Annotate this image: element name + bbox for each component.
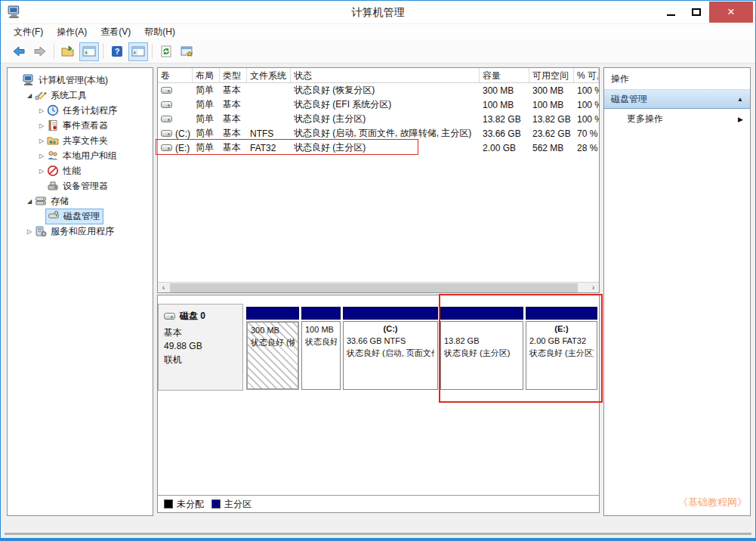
legend-unallocated: 未分配 (164, 498, 204, 511)
column-header-type[interactable]: 类型 (220, 68, 247, 82)
column-header-volume[interactable]: 卷 (158, 68, 193, 82)
collapse-icon[interactable]: ▲ (737, 96, 743, 103)
volume-name: (E:) (175, 143, 190, 153)
tree-item-label: 事件查看器 (63, 119, 108, 132)
partition-c[interactable]: (C:) 33.66 GB NTFS 状态良好 (启动, 页面文件, 故障转储,… (343, 307, 438, 390)
volume-type: 基本 (220, 127, 247, 140)
scroll-right-icon[interactable]: › (588, 283, 599, 292)
tree-item-device-manager[interactable]: 设备管理器 (8, 178, 153, 193)
tree-item-computer-management[interactable]: 计算机管理(本地) (8, 73, 153, 88)
column-header-filesystem[interactable]: 文件系统 (247, 68, 291, 82)
disk0-label-box[interactable]: 磁盘 0 基本 49.88 GB 联机 (158, 304, 243, 391)
forward-button[interactable] (30, 42, 50, 61)
watermark: 《基础教程网》 (678, 496, 747, 509)
tree-item-shared-folders[interactable]: ▷ 共享文件夹 (8, 133, 153, 148)
volume-type: 基本 (220, 84, 247, 97)
show-console-tree-button[interactable] (79, 42, 99, 61)
tree-item-event-viewer[interactable]: ▷ 事件查看器 (8, 118, 153, 133)
back-button[interactable] (9, 42, 29, 61)
window-bottom-shade (5, 533, 751, 535)
volume-row[interactable]: 简单 基本 状态良好 (主分区) 13.82 GB 13.82 GB 100 % (158, 112, 599, 126)
tree-item-label: 系统工具 (51, 89, 87, 102)
menu-help[interactable]: 帮助(H) (137, 23, 182, 41)
disk-management-action-group[interactable]: 磁盘管理 ▲ (604, 90, 750, 109)
partition-efi[interactable]: 100 MB 状态良好 (EFI 系统分区) (301, 307, 341, 390)
partition-status: 状态良好 (启动, 页面文件, 故障转储, 主分区) (347, 347, 434, 359)
computer-icon (23, 74, 35, 86)
column-header-layout[interactable]: 布局 (193, 68, 220, 82)
volume-row[interactable]: 简单 基本 状态良好 (恢复分区) 300 MB 300 MB 100 % (158, 83, 599, 97)
expander-icon[interactable]: ▷ (36, 153, 47, 159)
volume-list-pane: 卷 布局 类型 文件系统 状态 容量 可用空间 % 可用 简单 基本 状态良好 … (157, 67, 600, 293)
minimize-button[interactable] (658, 2, 683, 23)
volume-row[interactable]: 简单 基本 状态良好 (EFI 系统分区) 100 MB 100 MB 100 … (158, 97, 599, 112)
partition-e[interactable]: (E:) 2.00 GB FAT32 状态良好 (主分区) (526, 307, 597, 390)
tree-item-performance[interactable]: ▷ 性能 (8, 163, 153, 178)
volume-row-c[interactable]: (C:) 简单 基本 NTFS 状态良好 (启动, 页面文件, 故障转储, 主分… (158, 126, 599, 141)
computer-management-window: 计算机管理 × 文件(F) 操作(A) 查看(V) 帮助(H) ? (0, 0, 756, 541)
device-manager-icon (47, 180, 59, 192)
partition-status: 状态良好 (主分区) (529, 347, 594, 359)
expander-icon[interactable]: ▷ (36, 122, 47, 129)
partition-recovery[interactable]: 300 MB 状态良好 (恢复分区) (246, 307, 299, 390)
partition-unlettered[interactable]: 13.82 GB 状态良好 (主分区) (440, 307, 523, 390)
forward-icon (33, 45, 47, 57)
more-actions-label: 更多操作 (627, 113, 663, 125)
expander-icon[interactable]: ▷ (24, 228, 35, 235)
horizontal-scrollbar[interactable]: ‹ › (158, 282, 599, 292)
partition-band (440, 307, 523, 320)
maximize-button[interactable] (683, 2, 709, 23)
tree-item-system-tools[interactable]: ◢ 系统工具 (8, 88, 153, 103)
performance-icon (47, 165, 59, 177)
expander-icon[interactable]: ▷ (36, 168, 47, 175)
title-bar: 计算机管理 × (1, 1, 755, 23)
scroll-left-icon[interactable]: ‹ (158, 283, 169, 292)
disk-name: 磁盘 0 (180, 309, 205, 323)
tree-item-label: 计算机管理(本地) (39, 74, 108, 87)
expander-icon[interactable]: ▷ (36, 138, 47, 144)
action-group-title: 磁盘管理 (611, 93, 647, 106)
more-actions-item[interactable]: 更多操作 ▶ (604, 109, 750, 129)
column-header-pct-free[interactable]: % 可用 (574, 68, 599, 82)
volume-free: 300 MB (529, 85, 574, 96)
tree-item-label: 任务计划程序 (63, 104, 117, 117)
menu-action[interactable]: 操作(A) (50, 23, 94, 41)
partition-size: 2.00 GB FAT32 (529, 335, 594, 347)
column-header-capacity[interactable]: 容量 (480, 68, 529, 82)
tree-item-disk-management[interactable]: 磁盘管理 (8, 209, 153, 224)
disk-window-button[interactable] (177, 42, 197, 61)
expander-icon[interactable]: ◢ (24, 198, 35, 205)
tree-item-services-applications[interactable]: ▷ 服务和应用程序 (8, 224, 153, 239)
scrollbar-thumb[interactable] (170, 283, 578, 292)
tree-item-local-users-groups[interactable]: ▷ 本地用户和组 (8, 148, 153, 163)
svg-text:?: ? (115, 47, 120, 56)
expander-icon[interactable]: ◢ (24, 92, 35, 99)
show-action-pane-button[interactable] (128, 42, 148, 61)
volume-pct: 100 % (574, 85, 599, 96)
volume-capacity: 300 MB (480, 85, 529, 96)
export-button[interactable] (58, 42, 78, 61)
expander-icon[interactable]: ▷ (36, 107, 47, 114)
column-header-free-space[interactable]: 可用空间 (529, 68, 574, 82)
column-header-status[interactable]: 状态 (291, 68, 480, 82)
tree-item-task-scheduler[interactable]: ▷ 任务计划程序 (8, 103, 153, 118)
volume-fs: NTFS (247, 128, 291, 139)
volume-free: 23.62 GB (529, 128, 574, 139)
toolbar: ? (1, 40, 755, 63)
local-users-icon (47, 150, 59, 162)
volume-free: 100 MB (529, 100, 574, 110)
help-button[interactable]: ? (107, 42, 127, 61)
selected-tree-item[interactable]: 磁盘管理 (45, 209, 103, 224)
partition-label: (E:) (529, 323, 594, 335)
tree-item-label: 存储 (51, 195, 69, 208)
close-button[interactable]: × (709, 2, 753, 23)
volume-type: 基本 (220, 141, 247, 154)
tree-item-label: 本地用户和组 (63, 150, 117, 162)
refresh-button[interactable] (156, 42, 176, 61)
partition-size: 33.66 GB NTFS (347, 335, 434, 347)
menu-file[interactable]: 文件(F) (7, 23, 50, 41)
tree-item-storage[interactable]: ◢ 存储 (8, 193, 153, 209)
menu-view[interactable]: 查看(V) (94, 23, 137, 41)
volume-icon (161, 130, 172, 137)
volume-row-e[interactable]: (E:) 简单 基本 FAT32 状态良好 (主分区) 2.00 GB 562 … (158, 141, 599, 155)
